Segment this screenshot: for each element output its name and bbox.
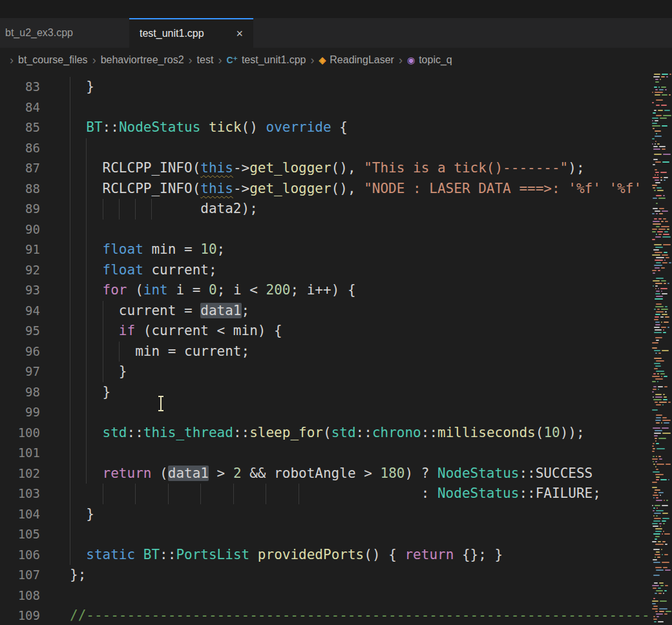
tab-bt_u2_ex3-cpp[interactable]: bt_u2_ex3.cpp xyxy=(0,18,115,48)
line-number[interactable]: 101 xyxy=(0,443,58,464)
line-number[interactable]: 87 xyxy=(0,158,58,179)
code-line[interactable]: 88 RCLCPP_INFO(this->get_logger(), "NODE… xyxy=(0,179,651,200)
code-line[interactable]: 91 float min = 10; xyxy=(0,240,651,260)
line-number[interactable]: 93 xyxy=(0,280,58,301)
minimap[interactable] xyxy=(651,72,672,625)
line-number[interactable]: 83 xyxy=(0,77,58,97)
line-number[interactable]: 98 xyxy=(0,382,58,403)
code-line[interactable]: 107}; xyxy=(0,565,651,586)
indent-guide xyxy=(70,199,70,220)
code-line[interactable]: 102 return (data1 > 2 && robotAngle > 18… xyxy=(0,464,651,484)
code-line[interactable]: 100 std::this_thread::sleep_for(std::chr… xyxy=(0,423,651,444)
tab-test_unit1-cpp[interactable]: test_unit1.cpp × xyxy=(129,18,253,48)
line-number[interactable]: 105 xyxy=(0,524,58,545)
code-token: ) ? xyxy=(404,466,437,481)
code-token: get_logger xyxy=(249,181,331,196)
code-line[interactable]: 95 if (current < min) { xyxy=(0,321,651,342)
code-line[interactable]: 92 float current; xyxy=(0,260,651,281)
line-number[interactable]: 84 xyxy=(0,97,58,118)
code-token: ( xyxy=(536,425,544,440)
code-token xyxy=(70,547,86,562)
code-editor[interactable]: 83 }8485 BT::NodeStatus tick() override … xyxy=(0,72,672,625)
code-token: ; i++) { xyxy=(290,282,355,298)
code-line-content: current = data1; xyxy=(58,301,651,322)
line-number[interactable]: 86 xyxy=(0,138,58,159)
line-number[interactable]: 103 xyxy=(0,484,58,504)
line-number[interactable]: 104 xyxy=(0,504,58,525)
code-token: ( xyxy=(127,282,143,298)
code-line[interactable]: 90 xyxy=(0,220,651,240)
code-line[interactable]: 83 } xyxy=(0,77,651,97)
code-line[interactable]: 86 xyxy=(0,138,651,159)
code-line[interactable]: 97 } xyxy=(0,362,651,382)
line-number[interactable]: 94 xyxy=(0,301,58,322)
close-icon[interactable]: × xyxy=(235,27,244,41)
code-token: BT xyxy=(86,119,102,135)
code-line[interactable]: 101 xyxy=(0,443,651,464)
indent-guide xyxy=(103,301,103,322)
line-number[interactable]: 100 xyxy=(0,423,58,444)
indent-guide xyxy=(86,301,87,322)
code-line[interactable]: 106 static BT::PortsList providedPorts()… xyxy=(0,545,651,566)
line-number[interactable]: 89 xyxy=(0,199,58,220)
class-icon: ◈ xyxy=(319,56,326,65)
breadcrumb-item-topic[interactable]: ◉ topic_q xyxy=(406,54,454,66)
line-number[interactable]: 91 xyxy=(0,240,58,260)
line-number[interactable]: 90 xyxy=(0,220,58,240)
breadcrumb-item-readinglaser[interactable]: ◈ ReadingLaser xyxy=(318,54,395,66)
chevron-right-icon: › xyxy=(92,54,96,67)
code-line[interactable]: 104 } xyxy=(0,504,651,525)
code-line[interactable]: 105 xyxy=(0,524,651,545)
line-number[interactable]: 92 xyxy=(0,260,58,281)
line-number[interactable]: 99 xyxy=(0,402,58,423)
code-line[interactable]: 84 xyxy=(0,97,651,118)
line-number[interactable]: 107 xyxy=(0,565,58,586)
indent-guide xyxy=(103,484,103,504)
code-token: : xyxy=(70,486,437,501)
code-line-content: data2); xyxy=(58,199,651,220)
code-line[interactable]: 89 data2); xyxy=(0,199,651,220)
code-line-content: } xyxy=(58,77,651,97)
line-number[interactable]: 88 xyxy=(0,179,58,200)
indent-guide xyxy=(70,77,70,97)
code-token: RCLCPP_INFO( xyxy=(70,181,200,196)
line-number[interactable]: 102 xyxy=(0,464,58,484)
code-line[interactable]: 94 current = data1; xyxy=(0,301,651,322)
line-number[interactable]: 109 xyxy=(0,606,58,625)
line-number[interactable]: 96 xyxy=(0,342,58,362)
chevron-right-icon: › xyxy=(399,54,403,67)
code-line-content: RCLCPP_INFO(this->get_logger(), "NODE : … xyxy=(58,179,651,200)
code-token: }; xyxy=(70,567,86,582)
code-line[interactable]: 109//-----------------------------------… xyxy=(0,606,651,625)
line-number[interactable]: 108 xyxy=(0,586,58,606)
breadcrumb-item-behaviortree_ros2[interactable]: behaviortree_ros2 xyxy=(100,54,185,66)
code-token: this xyxy=(200,181,233,196)
indent-guide xyxy=(70,443,70,464)
code-line[interactable]: 98 } xyxy=(0,382,651,403)
code-line[interactable]: 93 for (int i = 0; i < 200; i++) { xyxy=(0,280,651,301)
indent-guide xyxy=(86,423,87,444)
indent-guide xyxy=(86,362,87,382)
code-line-content xyxy=(58,586,651,606)
line-number[interactable]: 97 xyxy=(0,362,58,382)
code-line[interactable]: 85 BT::NodeStatus tick() override { xyxy=(0,118,651,138)
code-line[interactable]: 103 : NodeStatus::FAILURE; xyxy=(0,484,651,504)
breadcrumb-item-test_unit1-cpp[interactable]: C⁺ test_unit1.cpp xyxy=(225,54,307,66)
indent-guide xyxy=(70,138,70,159)
line-number[interactable]: 85 xyxy=(0,118,58,138)
indent-guide xyxy=(70,423,70,444)
breadcrumb-item-test[interactable]: test xyxy=(196,54,215,66)
code-token: (current < min) { xyxy=(135,323,282,338)
code-line[interactable]: 96 min = current; xyxy=(0,342,651,362)
line-number[interactable]: 106 xyxy=(0,545,58,566)
code-token: sleep_for xyxy=(249,425,323,440)
code-line[interactable]: 108 xyxy=(0,586,651,606)
indent-guide xyxy=(70,321,70,342)
code-line-content: //--------------------------------------… xyxy=(58,606,651,625)
code-line[interactable]: 87 RCLCPP_INFO(this->get_logger(), "This… xyxy=(0,158,651,179)
breadcrumb-item-bt_course_files[interactable]: bt_course_files xyxy=(17,54,89,66)
code-line-content xyxy=(58,443,651,464)
code-token: 200 xyxy=(266,282,290,298)
line-number[interactable]: 95 xyxy=(0,321,58,342)
code-line[interactable]: 99 xyxy=(0,402,651,423)
